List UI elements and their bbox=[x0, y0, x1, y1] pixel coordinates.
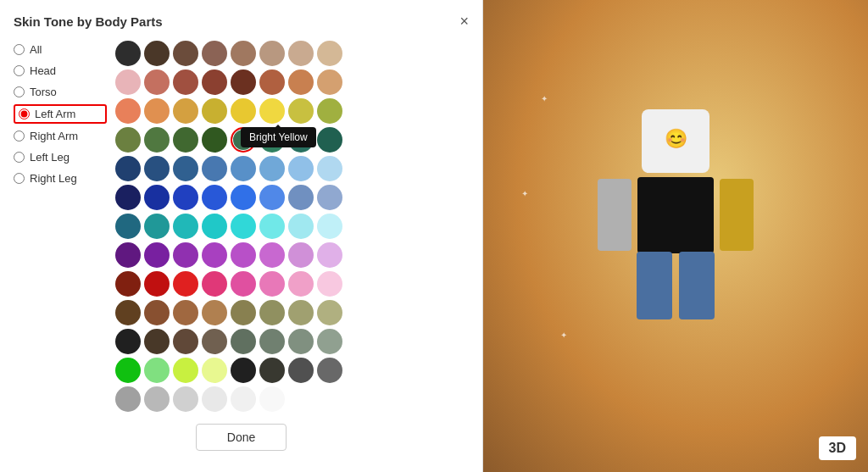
color-swatch-16[interactable] bbox=[115, 98, 141, 124]
color-swatch-87[interactable] bbox=[317, 329, 342, 354]
color-swatch-78[interactable] bbox=[288, 300, 314, 325]
color-swatch-81[interactable] bbox=[144, 329, 170, 354]
color-swatch-37[interactable] bbox=[259, 156, 285, 181]
color-swatch-28[interactable] bbox=[231, 127, 256, 153]
color-swatch-3[interactable] bbox=[202, 41, 227, 66]
radio-torso[interactable]: Torso bbox=[14, 83, 107, 101]
color-swatch-17[interactable] bbox=[144, 98, 170, 124]
color-swatch-52[interactable] bbox=[231, 214, 256, 239]
color-swatch-32[interactable] bbox=[115, 156, 141, 181]
color-swatch-42[interactable] bbox=[173, 185, 198, 210]
color-swatch-1[interactable] bbox=[144, 41, 170, 66]
color-swatch-45[interactable] bbox=[259, 185, 285, 210]
color-swatch-56[interactable] bbox=[115, 242, 141, 268]
color-swatch-61[interactable] bbox=[259, 242, 285, 268]
color-swatch-64[interactable] bbox=[115, 271, 141, 297]
color-swatch-35[interactable] bbox=[202, 156, 227, 181]
radio-all-input[interactable] bbox=[14, 44, 25, 55]
color-swatch-66[interactable] bbox=[173, 271, 198, 297]
color-swatch-29[interactable] bbox=[259, 127, 285, 153]
radio-left-arm-input[interactable] bbox=[19, 108, 30, 119]
color-swatch-72[interactable] bbox=[115, 300, 141, 325]
color-swatch-48[interactable] bbox=[115, 214, 141, 239]
color-swatch-79[interactable] bbox=[317, 300, 342, 325]
color-swatch-39[interactable] bbox=[317, 156, 342, 181]
color-swatch-7[interactable] bbox=[317, 41, 342, 66]
color-swatch-21[interactable] bbox=[259, 98, 285, 124]
done-button[interactable]: Done bbox=[196, 424, 287, 451]
color-swatch-59[interactable] bbox=[202, 242, 227, 268]
color-swatch-57[interactable] bbox=[144, 242, 170, 268]
color-swatch-34[interactable] bbox=[173, 156, 198, 181]
color-swatch-91[interactable] bbox=[202, 358, 227, 383]
color-swatch-97[interactable] bbox=[144, 386, 170, 412]
color-swatch-5[interactable] bbox=[259, 41, 285, 66]
color-swatch-95[interactable] bbox=[317, 358, 342, 383]
radio-right-leg-input[interactable] bbox=[14, 173, 25, 184]
radio-right-arm-input[interactable] bbox=[14, 130, 25, 142]
color-swatch-38[interactable] bbox=[288, 156, 314, 181]
color-swatch-60[interactable] bbox=[231, 242, 256, 268]
color-swatch-93[interactable] bbox=[259, 358, 285, 383]
color-swatch-54[interactable] bbox=[288, 214, 314, 239]
color-swatch-88[interactable] bbox=[115, 358, 141, 383]
color-swatch-4[interactable] bbox=[231, 41, 256, 66]
radio-left-leg-input[interactable] bbox=[14, 152, 25, 163]
color-swatch-67[interactable] bbox=[202, 271, 227, 297]
color-swatch-55[interactable] bbox=[317, 214, 342, 239]
color-swatch-22[interactable] bbox=[288, 98, 314, 124]
color-swatch-62[interactable] bbox=[288, 242, 314, 268]
color-swatch-11[interactable] bbox=[202, 69, 227, 95]
color-swatch-84[interactable] bbox=[231, 329, 256, 354]
color-swatch-13[interactable] bbox=[259, 69, 285, 95]
color-swatch-63[interactable] bbox=[317, 242, 342, 268]
color-swatch-71[interactable] bbox=[317, 271, 342, 297]
close-button[interactable]: × bbox=[459, 14, 469, 29]
color-swatch-76[interactable] bbox=[231, 300, 256, 325]
color-swatch-83[interactable] bbox=[202, 329, 227, 354]
color-swatch-73[interactable] bbox=[144, 300, 170, 325]
color-swatch-51[interactable] bbox=[202, 214, 227, 239]
radio-right-leg[interactable]: Right Leg bbox=[14, 169, 107, 187]
color-swatch-50[interactable] bbox=[173, 214, 198, 239]
color-swatch-24[interactable] bbox=[115, 127, 141, 153]
color-swatch-40[interactable] bbox=[115, 185, 141, 210]
color-swatch-69[interactable] bbox=[259, 271, 285, 297]
color-swatch-15[interactable] bbox=[317, 69, 342, 95]
color-swatch-6[interactable] bbox=[288, 41, 314, 66]
color-swatch-96[interactable] bbox=[115, 386, 141, 412]
radio-head[interactable]: Head bbox=[14, 62, 107, 80]
color-swatch-89[interactable] bbox=[144, 358, 170, 383]
color-swatch-44[interactable] bbox=[231, 185, 256, 210]
color-swatch-19[interactable] bbox=[202, 98, 227, 124]
color-swatch-101[interactable] bbox=[259, 386, 285, 412]
radio-torso-input[interactable] bbox=[14, 86, 25, 97]
color-swatch-10[interactable] bbox=[173, 69, 198, 95]
color-swatch-14[interactable] bbox=[288, 69, 314, 95]
color-swatch-18[interactable] bbox=[173, 98, 198, 124]
color-swatch-65[interactable] bbox=[144, 271, 170, 297]
color-swatch-26[interactable] bbox=[173, 127, 198, 153]
color-swatch-25[interactable] bbox=[144, 127, 170, 153]
color-swatch-27[interactable] bbox=[202, 127, 227, 153]
color-swatch-99[interactable] bbox=[202, 386, 227, 412]
color-swatch-94[interactable] bbox=[288, 358, 314, 383]
color-swatch-30[interactable] bbox=[288, 127, 314, 153]
color-swatch-46[interactable] bbox=[288, 185, 314, 210]
radio-left-arm[interactable]: Left Arm bbox=[14, 104, 107, 124]
color-swatch-23[interactable] bbox=[317, 98, 342, 124]
radio-left-leg[interactable]: Left Leg bbox=[14, 148, 107, 166]
color-swatch-85[interactable] bbox=[259, 329, 285, 354]
radio-head-input[interactable] bbox=[14, 65, 25, 76]
color-swatch-74[interactable] bbox=[173, 300, 198, 325]
color-swatch-90[interactable] bbox=[173, 358, 198, 383]
color-swatch-100[interactable] bbox=[231, 386, 256, 412]
color-swatch-20[interactable] bbox=[231, 98, 256, 124]
color-swatch-49[interactable] bbox=[144, 214, 170, 239]
color-swatch-92[interactable] bbox=[231, 358, 256, 383]
color-swatch-86[interactable] bbox=[288, 329, 314, 354]
color-swatch-75[interactable] bbox=[202, 300, 227, 325]
color-swatch-2[interactable] bbox=[173, 41, 198, 66]
color-swatch-41[interactable] bbox=[144, 185, 170, 210]
color-swatch-58[interactable] bbox=[173, 242, 198, 268]
